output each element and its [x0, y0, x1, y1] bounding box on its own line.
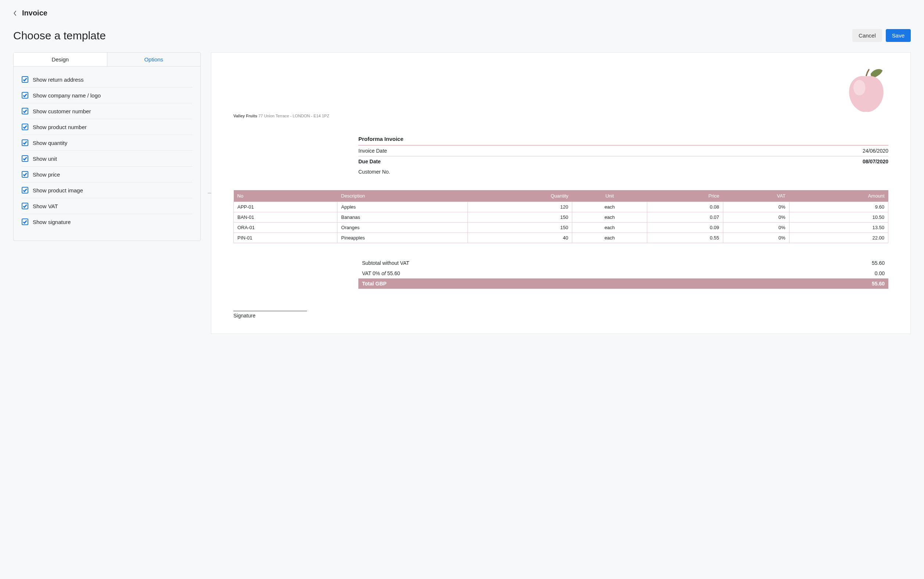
col-amount: Amount	[789, 190, 888, 202]
option-label: Show company name / logo	[33, 92, 101, 98]
signature-line	[233, 311, 307, 311]
subtotal-label: Subtotal without VAT	[362, 260, 409, 266]
checkbox-7[interactable]	[22, 187, 28, 193]
invoice-preview: Valley Fruits 77 Union Terrace - LONDON …	[211, 52, 911, 334]
total-value: 55.60	[872, 281, 885, 286]
due-date-label: Due Date	[359, 159, 381, 164]
table-row: PIN-01Pineapples40each0.550%22.00	[234, 233, 888, 243]
subtotal-value: 55.60	[872, 260, 885, 266]
col-vat: VAT	[723, 190, 789, 202]
signature-label: Signature	[233, 313, 256, 319]
return-address: Valley Fruits 77 Union Terrace - LONDON …	[233, 114, 888, 118]
page-title: Choose a template	[13, 29, 106, 42]
col-quantity: Quantity	[468, 190, 572, 202]
col-price: Price	[647, 190, 723, 202]
tab-design[interactable]: Design	[14, 52, 108, 66]
total-label: Total GBP	[362, 281, 387, 286]
breadcrumb[interactable]: Invoice	[22, 9, 47, 17]
svg-point-0	[854, 80, 865, 95]
checkbox-5[interactable]	[22, 155, 28, 162]
col-unit: Unit	[572, 190, 647, 202]
table-row: BAN-01Bananas150each0.070%10.50	[234, 212, 888, 222]
resize-handle-left[interactable]	[208, 193, 211, 193]
cancel-button[interactable]: Cancel	[852, 29, 882, 42]
option-label: Show product number	[33, 124, 87, 130]
document-title: Proforma Invoice	[359, 133, 888, 146]
checkbox-3[interactable]	[22, 124, 28, 130]
table-row: ORA-01Oranges150each0.090%13.50	[234, 222, 888, 233]
checkbox-8[interactable]	[22, 203, 28, 209]
line-items-table: No Description Quantity Unit Price VAT A…	[233, 190, 888, 243]
option-label: Show customer number	[33, 108, 91, 114]
option-label: Show VAT	[33, 203, 58, 209]
checkbox-6[interactable]	[22, 171, 28, 178]
invoice-date-label: Invoice Date	[359, 148, 387, 154]
checkbox-9[interactable]	[22, 219, 28, 225]
option-label: Show price	[33, 172, 60, 178]
back-chevron-icon[interactable]	[13, 11, 18, 16]
option-label: Show quantity	[33, 140, 67, 146]
vat-line-value: 0.00	[875, 270, 885, 276]
customer-no-label: Customer No.	[359, 169, 390, 175]
col-description: Description	[337, 190, 468, 202]
checkbox-4[interactable]	[22, 139, 28, 146]
checkbox-1[interactable]	[22, 92, 28, 98]
option-label: Show unit	[33, 155, 57, 162]
design-panel: Design Options Show return addressShow c…	[13, 52, 200, 241]
invoice-date-value: 24/06/2020	[863, 148, 888, 154]
table-row: APP-01Apples120each0.080%9.60	[234, 202, 888, 212]
checkbox-2[interactable]	[22, 108, 28, 114]
option-label: Show return address	[33, 77, 83, 83]
checkbox-0[interactable]	[22, 76, 28, 83]
option-label: Show signature	[33, 219, 70, 225]
vat-line-label: VAT 0% of 55.60	[362, 270, 400, 276]
tab-options[interactable]: Options	[108, 52, 200, 66]
col-no: No	[234, 190, 337, 202]
option-label: Show product image	[33, 187, 83, 193]
save-button[interactable]: Save	[886, 29, 911, 42]
company-logo	[841, 64, 892, 115]
due-date-value: 08/07/2020	[863, 159, 888, 164]
